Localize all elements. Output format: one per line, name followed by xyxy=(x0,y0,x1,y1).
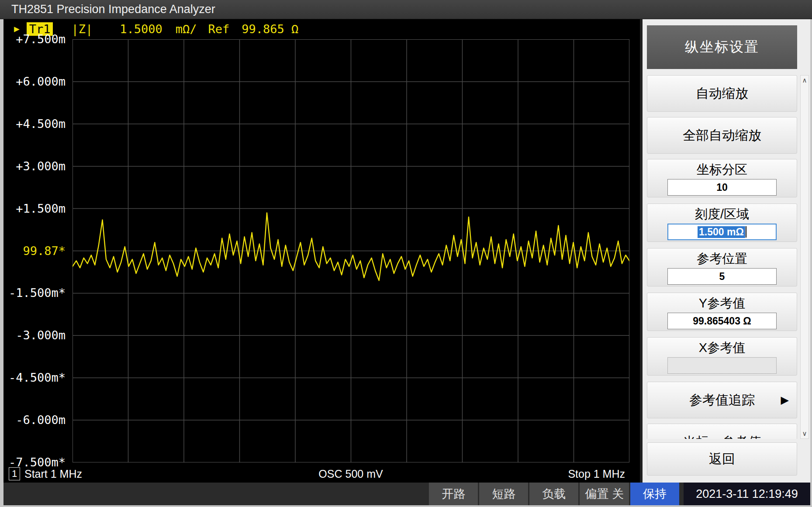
impedance-trace-chart xyxy=(73,39,629,462)
trace-scale-unit: mΩ/ xyxy=(176,22,197,36)
sidebar-scroll-area: 自动缩放 全部自动缩放 坐标分区 10 刻度/区域 1.500 mΩ xyxy=(647,75,797,439)
y-reference-label: Y参考值 xyxy=(647,295,797,311)
scale-per-division-control[interactable]: 刻度/区域 1.500 mΩ xyxy=(647,203,797,242)
reference-position-control[interactable]: 参考位置 5 xyxy=(647,248,797,286)
reference-tracking-button[interactable]: 参考值追踪 ▶ xyxy=(647,382,797,418)
y-ref-tick-label: 99.87* xyxy=(23,244,66,258)
y-tick-label: -1.500m* xyxy=(9,286,66,300)
short-correction-button[interactable]: 短路 xyxy=(479,483,528,505)
y-reference-field[interactable]: 99.865403 Ω xyxy=(667,313,777,329)
marker-to-reference-button[interactable]: 光标→参考值 xyxy=(647,424,797,439)
trace-parameter[interactable]: |Z| xyxy=(71,22,93,36)
submenu-arrow-icon: ▶ xyxy=(781,394,789,406)
reference-position-value: 5 xyxy=(719,271,725,283)
y-tick-label: +6.000m xyxy=(16,75,66,88)
y-tick-label: -6.000m xyxy=(16,413,66,427)
reference-position-field[interactable]: 5 xyxy=(667,268,777,285)
sidebar-title: 纵坐标设置 xyxy=(647,25,797,69)
x-start-label: Start 1 MHz xyxy=(24,468,82,480)
scale-per-division-field[interactable]: 1.500 mΩ xyxy=(667,224,777,240)
back-button[interactable]: 返回 xyxy=(647,442,797,476)
reference-position-label: 参考位置 xyxy=(647,251,797,267)
divisions-value: 10 xyxy=(716,182,728,193)
bottom-bar: 开路 短路 负载 偏置 关 保持 2021-3-11 12:19:49 xyxy=(3,483,810,505)
auto-scale-all-button[interactable]: 全部自动缩放 xyxy=(647,117,797,154)
sidebar-panel: 纵坐标设置 自动缩放 全部自动缩放 坐标分区 10 刻度/区域 1.500 mΩ xyxy=(643,19,810,483)
scale-per-division-value: 1.500 mΩ xyxy=(698,226,745,238)
divisions-field[interactable]: 10 xyxy=(667,179,777,196)
divisions-label: 坐标分区 xyxy=(647,162,797,178)
x-stop-label: Stop 1 MHz xyxy=(568,468,625,480)
main-area: ▶ Tr1 |Z| 1.5000 mΩ/ Ref 99.865 Ω +7.500… xyxy=(3,19,810,483)
y-tick-label: +7.500m xyxy=(16,32,66,46)
y-reference-value: 99.865403 Ω xyxy=(693,315,751,327)
text-caret xyxy=(746,226,746,238)
app-window: TH2851 Precision Impedance Analyzer ▶ Tr… xyxy=(0,0,812,507)
datetime-display: 2021-3-11 12:19:49 xyxy=(684,483,810,505)
scroll-up-icon[interactable]: ∧ xyxy=(801,76,809,85)
bias-toggle-button[interactable]: 偏置 关 xyxy=(580,483,629,505)
title-bar: TH2851 Precision Impedance Analyzer xyxy=(0,0,812,19)
y-tick-label: +4.500m xyxy=(16,117,66,131)
scroll-down-icon[interactable]: ∨ xyxy=(801,429,809,438)
y-tick-label: +3.000m xyxy=(16,159,66,173)
scrollbar-track[interactable] xyxy=(801,85,809,429)
trace-ref-unit: Ω xyxy=(291,22,298,36)
y-tick-label: -3.000m xyxy=(16,328,66,342)
osc-level-label: OSC 500 mV xyxy=(318,468,383,480)
load-correction-button[interactable]: 负载 xyxy=(529,483,578,505)
trace-header: ▶ Tr1 |Z| 1.5000 mΩ/ Ref 99.865 Ω xyxy=(3,19,640,38)
channel-badge: 1 xyxy=(9,467,20,480)
y-axis-labels: +7.500m +6.000m +4.500m +3.000m +1.500m … xyxy=(3,39,69,462)
window-title: TH2851 Precision Impedance Analyzer xyxy=(11,3,215,16)
trace-ref-value: 99.865 xyxy=(242,22,284,36)
x-reference-control[interactable]: X参考值 xyxy=(647,337,797,376)
divisions-control[interactable]: 坐标分区 10 xyxy=(647,159,797,197)
sidebar-scrollbar[interactable]: ∧ ∨ xyxy=(800,75,809,439)
y-reference-control[interactable]: Y参考值 99.865403 Ω xyxy=(647,293,797,331)
auto-scale-button[interactable]: 自动缩放 xyxy=(647,75,797,112)
scale-per-division-label: 刻度/区域 xyxy=(647,206,797,222)
plot-body: +7.500m +6.000m +4.500m +3.000m +1.500m … xyxy=(3,38,640,465)
hold-button[interactable]: 保持 xyxy=(630,483,679,505)
trace-scale-value: 1.5000 xyxy=(120,22,162,36)
reference-tracking-label: 参考值追踪 xyxy=(689,391,755,409)
x-axis-row: 1 Start 1 MHz OSC 500 mV Stop 1 MHz xyxy=(3,465,640,483)
x-reference-field[interactable] xyxy=(667,357,777,374)
y-tick-label: -4.500m* xyxy=(9,371,66,384)
x-reference-label: X参考值 xyxy=(647,340,797,356)
open-correction-button[interactable]: 开路 xyxy=(429,483,478,505)
plot-panel: ▶ Tr1 |Z| 1.5000 mΩ/ Ref 99.865 Ω +7.500… xyxy=(3,19,640,483)
trace-ref-label: Ref xyxy=(208,22,230,36)
y-tick-label: +1.500m xyxy=(16,202,66,215)
